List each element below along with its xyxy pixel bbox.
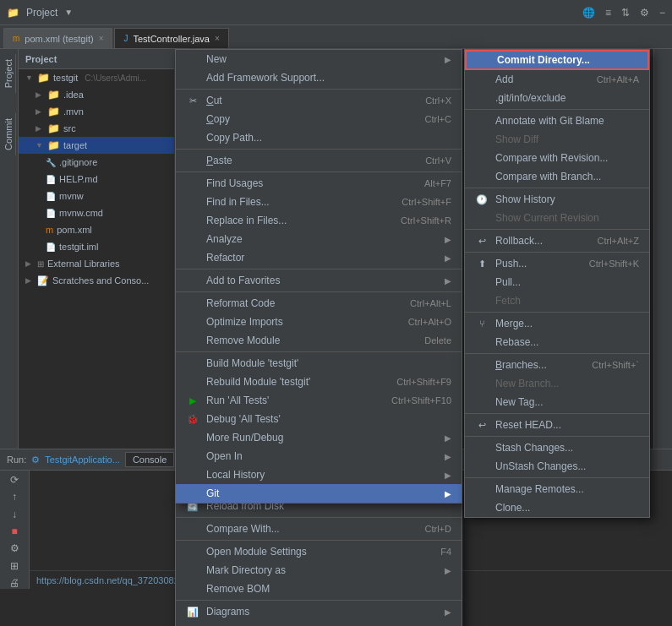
menu-copy[interactable]: Copy Ctrl+C [176, 110, 462, 128]
scratches-icon: 📝 [37, 275, 49, 286]
lsep1 [176, 517, 462, 518]
dropdown-arrow[interactable]: ▼ [64, 8, 73, 17]
bottom-left-bar: ⟳ ↑ ↓ ■ ⚙ ⊞ 🖨 [0, 471, 30, 589]
run-app-icon: ⚙ [31, 455, 40, 465]
tree-root[interactable]: ▼ 📁 testgit C:\Users\Admi... [19, 69, 174, 86]
rollback-icon: ↩ [475, 236, 489, 247]
menu-find-in-files[interactable]: Find in Files... Ctrl+Shift+F [176, 193, 462, 211]
run-tab-console[interactable]: Console [125, 452, 174, 467]
menu-refactor[interactable]: Refactor ▶ [176, 248, 462, 267]
tree-mvnw[interactable]: 📄 mvnw [19, 188, 174, 204]
sidebar-label-project[interactable]: Project [2, 54, 16, 93]
bottom-icon-down[interactable]: ↓ [5, 509, 24, 520]
iml-icon: 📄 [46, 242, 56, 252]
menu-open-module-settings[interactable]: Open Module Settings F4 [176, 542, 462, 561]
menu-create-gist[interactable]: ⊙ Create Gist... [176, 621, 462, 626]
tree-target[interactable]: ▼ 📁 target [19, 137, 174, 154]
tree-ext-libs[interactable]: ▶ ⊞ External Libraries [19, 255, 174, 272]
menu-reformat[interactable]: Reformat Code Ctrl+Alt+L [176, 294, 462, 313]
menu-add-framework[interactable]: Add Framework Support... [176, 68, 462, 87]
menu-find-usages[interactable]: Find Usages Alt+F7 [176, 174, 462, 193]
menu-add-favorites[interactable]: Add to Favorites ▶ [176, 271, 462, 290]
bottom-icon-layout[interactable]: ⊞ [5, 559, 24, 571]
menu-git-compare-revision[interactable]: Compare with Revision... [465, 149, 649, 167]
menu-git[interactable]: Git ▶ [176, 484, 462, 503]
bottom-icon-sync[interactable]: ⟳ [5, 474, 24, 486]
bottom-icon-up[interactable]: ↑ [5, 491, 24, 503]
menu-remove-bom[interactable]: Remove BOM [176, 580, 462, 598]
menu-copy-path[interactable]: Copy Path... [176, 128, 462, 147]
menu-git-reset-head[interactable]: ↩ Reset HEAD... [465, 416, 649, 434]
menu-analyze[interactable]: Analyze ▶ [176, 230, 462, 248]
tree-scratches[interactable]: ▶ 📝 Scratches and Conso... [19, 272, 174, 289]
tree-mvn[interactable]: ▶ 📁 .mvn [19, 103, 174, 120]
menu-more-run[interactable]: More Run/Debug ▶ [176, 428, 462, 447]
git-sep2 [465, 188, 649, 188]
menu-optimize-imports[interactable]: Optimize Imports Ctrl+Alt+O [176, 313, 462, 331]
gear-icon[interactable]: ⚙ [640, 7, 649, 19]
menu-paste[interactable]: Paste Ctrl+V [176, 151, 462, 170]
bottom-icon-print[interactable]: 🖨 [5, 577, 24, 589]
menu-remove-module[interactable]: Remove Module Delete [176, 331, 462, 350]
menu-git-new-branch: New Branch... [465, 374, 649, 393]
menu-git-exclude[interactable]: .git/info/exclude [465, 89, 649, 107]
menu-git-push[interactable]: ⬆ Push... Ctrl+Shift+K [465, 254, 649, 273]
tree-pom-xml[interactable]: m pom.xml [19, 221, 174, 238]
globe-icon[interactable]: 🌐 [582, 7, 595, 19]
menu-mark-directory[interactable]: Mark Directory as ▶ [176, 561, 462, 580]
menu-git-branches[interactable]: Branches... Ctrl+Shift+` [465, 356, 649, 374]
sidebar-label-commit[interactable]: Commit [2, 113, 16, 155]
menu-git-add[interactable]: Add Ctrl+Alt+A [465, 70, 649, 89]
menu-new[interactable]: New ▶ [176, 50, 462, 68]
tree-help-md[interactable]: 📄 HELP.md [19, 171, 174, 188]
menu-git-unstash[interactable]: UnStash Changes... [465, 457, 649, 476]
menu-git-pull[interactable]: Pull... [465, 273, 649, 291]
menu-git-annotate[interactable]: Annotate with Git Blame [465, 112, 649, 130]
menu-git-rebase[interactable]: Rebase... [465, 333, 649, 351]
tab-bar: m pom.xml (testgit) × J TestController.j… [0, 25, 672, 49]
menu-rebuild-module[interactable]: Rebuild Module 'testgit' Ctrl+Shift+F9 [176, 373, 462, 391]
sep1 [176, 89, 462, 90]
menu-debug-tests[interactable]: 🐞 Debug 'All Tests' [176, 410, 462, 428]
tree-testgit-iml[interactable]: 📄 testgit.iml [19, 238, 174, 255]
tree-gitignore[interactable]: 🔧 .gitignore [19, 154, 174, 171]
menu-cut[interactable]: ✂ Cut Ctrl+X [176, 91, 462, 110]
list-icon[interactable]: ≡ [605, 7, 611, 19]
bottom-icon-settings[interactable]: ⚙ [5, 542, 24, 554]
close-tab-java[interactable]: × [215, 34, 220, 43]
tab-pom-xml[interactable]: m pom.xml (testgit) × [3, 28, 112, 48]
menu-diagrams[interactable]: 📊 Diagrams ▶ [176, 602, 462, 621]
tree-mvnw-cmd[interactable]: 📄 mvnw.cmd [19, 204, 174, 221]
tree-idea[interactable]: ▶ 📁 .idea [19, 86, 174, 103]
menu-local-history[interactable]: Local History ▶ [176, 465, 462, 484]
arrows-icon[interactable]: ⇅ [621, 7, 630, 19]
menu-git-commit[interactable]: Commit Directory... [465, 50, 649, 70]
java-file-icon: J [123, 34, 128, 43]
menu-git-merge[interactable]: ⑂ Merge... [465, 314, 649, 333]
menu-git-show-history[interactable]: 🕐 Show History [465, 190, 649, 209]
gitignore-icon: 🔧 [46, 158, 56, 167]
menu-git-manage-remotes[interactable]: Manage Remotes... [465, 480, 649, 498]
minus-icon[interactable]: − [659, 7, 665, 19]
bottom-icon-stop[interactable]: ■ [5, 525, 24, 537]
menu-git-fetch: Fetch [465, 291, 649, 310]
close-tab-pom[interactable]: × [99, 34, 104, 43]
tree-src[interactable]: ▶ 📁 src [19, 120, 174, 137]
menu-git-new-tag[interactable]: New Tag... [465, 393, 649, 411]
menu-build-module[interactable]: Build Module 'testgit' [176, 354, 462, 373]
menu-git-rollback[interactable]: ↩ Rollback... Ctrl+Alt+Z [465, 231, 649, 250]
diagrams-icon: 📊 [186, 607, 199, 618]
push-icon: ⬆ [475, 259, 489, 269]
menu-git-clone[interactable]: Clone... [465, 498, 649, 517]
git-sep1 [465, 109, 649, 110]
menu-git-stash[interactable]: Stash Changes... [465, 438, 649, 457]
project-title: Project [26, 7, 57, 19]
tab-testcontroller[interactable]: J TestController.java × [114, 28, 228, 48]
menu-open-in[interactable]: Open In ▶ [176, 447, 462, 465]
lsep3 [176, 600, 462, 601]
mvnwcmd-icon: 📄 [46, 209, 56, 218]
menu-replace-in-files[interactable]: Replace in Files... Ctrl+Shift+R [176, 211, 462, 230]
menu-git-compare-branch[interactable]: Compare with Branch... [465, 167, 649, 186]
menu-compare-with[interactable]: Compare With... Ctrl+D [176, 520, 462, 538]
menu-run-tests[interactable]: ▶ Run 'All Tests' Ctrl+Shift+F10 [176, 391, 462, 410]
